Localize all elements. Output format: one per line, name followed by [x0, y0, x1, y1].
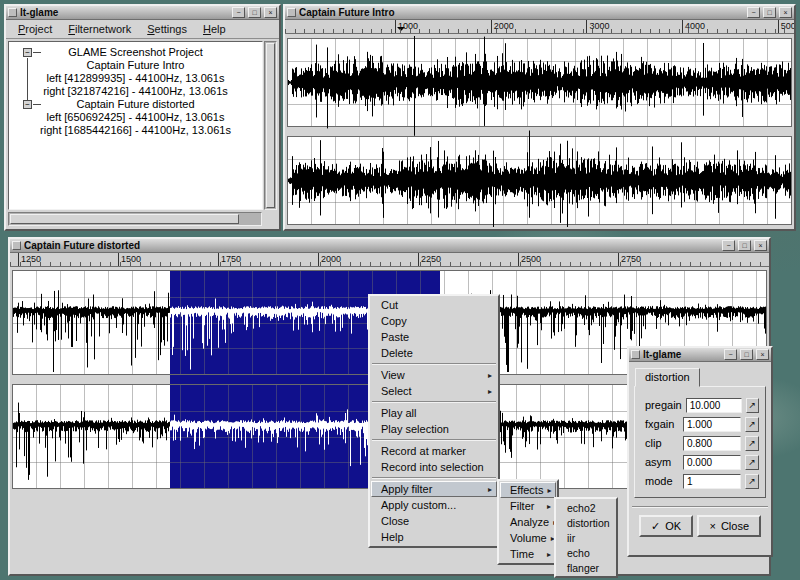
menu-item[interactable]: Apply custom... ▸	[371, 497, 497, 513]
maximize-button[interactable]: □	[738, 240, 751, 251]
close-button[interactable]: ×	[756, 349, 769, 360]
close-button[interactable]: ×	[264, 7, 277, 18]
ruler-label: 1750	[218, 253, 241, 265]
menu-item-label: Close	[381, 515, 492, 527]
menu-item-label: Analyze	[510, 516, 549, 528]
menu-item[interactable]: Filter ▸	[500, 498, 556, 514]
ruler-label: 2000	[318, 253, 341, 265]
menu-item[interactable]: View ▸	[371, 367, 497, 383]
menu-item-label: Select	[381, 385, 484, 397]
timeline-ruler[interactable]: 1250150017502000225025002750	[10, 253, 769, 267]
window-title: lt-glame	[20, 7, 229, 19]
menu-item[interactable]: Time ▸	[500, 546, 556, 562]
waveform-display[interactable]	[287, 36, 792, 227]
tree-item[interactable]: left [412899935] - 44100Hz, 13.061s	[9, 72, 262, 85]
ruler-label: 3000	[586, 20, 609, 32]
intro-window-titlebar[interactable]: Captain Future Intro − □ ×	[285, 6, 794, 20]
close-button[interactable]: ×	[754, 240, 767, 251]
submenu-arrow-icon: ▸	[547, 502, 551, 511]
menu-item[interactable]: Cut ▸	[371, 297, 497, 313]
menubar-item[interactable]: Settings	[139, 21, 195, 37]
tree-expander-icon[interactable]: −	[23, 100, 32, 109]
tree-line	[33, 104, 41, 105]
menu-item[interactable]: Close ▸	[371, 513, 497, 529]
dialog-buttons: ✓ OK × Close	[629, 508, 771, 544]
menu-item-label: Apply custom...	[381, 499, 492, 511]
menu-item-label: Record into selection	[381, 461, 492, 473]
param-slider-icon[interactable]: ↗	[745, 417, 759, 432]
menu-item[interactable]: echo2	[557, 500, 615, 515]
menubar-item[interactable]: Project	[10, 21, 60, 37]
tree-item[interactable]: Captain Future Intro	[9, 59, 262, 72]
scrollbar-thumb[interactable]	[10, 214, 239, 224]
menu-item[interactable]: Paste ▸	[371, 329, 497, 345]
minimize-button[interactable]: −	[232, 7, 245, 18]
menubar-item[interactable]: Help	[195, 21, 234, 37]
param-input[interactable]: 1	[683, 474, 741, 489]
menu-item[interactable]: Copy ▸	[371, 313, 497, 329]
menu-item[interactable]: Effects ▸	[500, 482, 556, 498]
dialog-titlebar[interactable]: lt-glame − □ ×	[629, 348, 771, 362]
menu-item[interactable]: Select ▸	[371, 383, 497, 399]
menu-item[interactable]: Play selection ▸	[371, 421, 497, 437]
ruler-label: 4000	[682, 20, 705, 32]
param-label: pregain	[641, 399, 682, 411]
tree-item[interactable]: right [321874216] - 44100Hz, 13.061s	[9, 85, 262, 98]
close-button[interactable]: × Close	[697, 515, 761, 537]
menu-item[interactable]: iir	[557, 530, 615, 545]
menu-item[interactable]: Apply filter ▸	[371, 481, 497, 497]
close-button[interactable]: ×	[779, 7, 792, 18]
menu-item-label: Filter	[510, 500, 543, 512]
distorted-window-titlebar[interactable]: Captain Future distorted − □ ×	[10, 239, 769, 253]
menu-item-label: iir	[567, 532, 610, 544]
tree-item[interactable]: Captain Future distorted	[9, 98, 262, 111]
tree-item[interactable]: left [650692425] - 44100Hz, 13.061s	[9, 111, 262, 124]
param-input[interactable]: 10.000	[686, 398, 742, 413]
tree-item[interactable]: right [1685442166] - 44100Hz, 13.061s	[9, 124, 262, 137]
window-title: Captain Future distorted	[24, 240, 719, 252]
menu-item[interactable]: flanger	[557, 560, 615, 575]
tree-item[interactable]: GLAME Screenshot Project	[9, 46, 262, 59]
menubar-item[interactable]: Filternetwork	[60, 21, 139, 37]
position-marker-icon[interactable]	[397, 27, 405, 34]
tree-expander-icon[interactable]: −	[23, 48, 32, 57]
window-title: lt-glame	[643, 349, 721, 361]
param-row: asym 0.000 ↗	[641, 454, 759, 470]
param-slider-icon[interactable]: ↗	[745, 436, 759, 451]
param-input[interactable]: 0.800	[683, 436, 741, 451]
menu-item[interactable]: Help ▸	[371, 529, 497, 545]
menu-item[interactable]: Analyze ▸	[500, 514, 556, 530]
scrollbar-thumb[interactable]	[266, 43, 275, 208]
menu-item[interactable]: Volume ▸	[500, 530, 556, 546]
param-input[interactable]: 0.000	[683, 455, 741, 470]
maximize-button[interactable]: □	[248, 7, 261, 18]
ok-button[interactable]: ✓ OK	[639, 515, 693, 537]
vertical-scrollbar[interactable]	[264, 41, 277, 210]
menu-item[interactable]: echo	[557, 545, 615, 560]
minimize-button[interactable]: −	[722, 240, 735, 251]
menu-separator	[372, 439, 496, 441]
tab-distortion[interactable]: distortion	[635, 368, 700, 387]
param-slider-icon[interactable]: ↗	[745, 455, 759, 470]
menu-item[interactable]: Delete ▸	[371, 345, 497, 361]
window-icon	[287, 8, 296, 17]
menu-item[interactable]: Record into selection ▸	[371, 459, 497, 475]
param-input[interactable]: 1.000	[683, 417, 741, 432]
minimize-button[interactable]: −	[747, 7, 760, 18]
minimize-button[interactable]: −	[724, 349, 737, 360]
maximize-button[interactable]: □	[740, 349, 753, 360]
param-panel: pregain 10.000 ↗ fxgain 1.000 ↗ clip 0.8…	[634, 386, 766, 498]
window-icon	[12, 241, 21, 250]
param-slider-icon[interactable]: ↗	[745, 474, 759, 489]
menu-item-label: Cut	[381, 299, 492, 311]
menu-item[interactable]: Record at marker ▸	[371, 443, 497, 459]
timeline-ruler[interactable]: 10002000300040005000	[285, 20, 794, 34]
param-slider-icon[interactable]: ↗	[746, 398, 760, 413]
menu-item[interactable]: distortion	[557, 515, 615, 530]
menu-item[interactable]: Play all ▸	[371, 405, 497, 421]
intro-window: Captain Future Intro − □ × 1000200030004…	[283, 4, 796, 231]
project-window-titlebar[interactable]: lt-glame − □ ×	[6, 6, 279, 20]
maximize-button[interactable]: □	[763, 7, 776, 18]
horizontal-scrollbar[interactable]	[8, 212, 262, 226]
project-tree: GLAME Screenshot ProjectCaptain Future I…	[8, 41, 263, 210]
